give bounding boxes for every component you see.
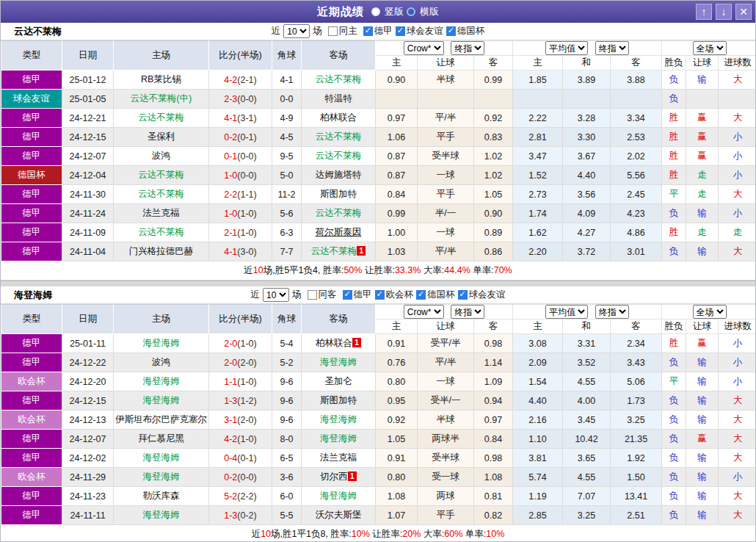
league-filter[interactable]: 德甲	[343, 289, 372, 301]
horizontal-radio-label[interactable]: 横版	[420, 5, 439, 18]
league-checkbox[interactable]	[375, 290, 385, 300]
avg-away-odds: 1.92	[611, 449, 662, 468]
col-home: 主场	[114, 41, 209, 71]
final-odds-select-2[interactable]: 终指	[595, 305, 629, 319]
result-handicap: 输	[686, 372, 719, 391]
corner-cell: 9-6	[272, 391, 302, 411]
summary-segment: 10	[261, 529, 271, 539]
result-wdl: 负	[662, 430, 686, 449]
average-select[interactable]: 平均值	[545, 41, 588, 55]
fulltime-score: 1-0	[224, 170, 237, 181]
same-venue-checkbox[interactable]	[328, 26, 338, 36]
same-venue-checkbox[interactable]	[308, 290, 317, 300]
handicap-home-odds: 0.99	[376, 204, 418, 223]
result-wdl: 负	[662, 449, 686, 468]
league-filter[interactable]: 德国杯	[446, 25, 485, 37]
league-filter-label: 球会友谊	[469, 289, 506, 301]
fulltime-score: 2-3	[224, 94, 237, 104]
handicap-line: 平手	[418, 185, 474, 204]
league-checkbox[interactable]	[343, 290, 352, 300]
result-goals: 小	[719, 353, 756, 372]
result-wdl: 负	[662, 411, 686, 430]
home-team-name: 圣保利	[148, 131, 175, 142]
handicap-line: 受半/一	[418, 391, 474, 411]
home-cell: 海登海姆	[114, 372, 209, 391]
corner-cell: 9-5	[272, 147, 302, 166]
away-cell: 云达不莱梅	[302, 204, 376, 223]
close-button[interactable]: ✕	[735, 4, 752, 20]
away-team-name[interactable]: 荷尔斯泰因	[316, 227, 362, 237]
home-team-name: 门兴格拉德巴赫	[129, 246, 194, 256]
away-cell: 云达不莱梅1	[302, 242, 376, 261]
horizontal-radio[interactable]	[407, 7, 415, 16]
home-team-name: 海登海姆	[143, 338, 180, 348]
league-filter[interactable]: 德甲	[363, 25, 393, 37]
result-handicap: 输	[686, 353, 719, 372]
avg-home-odds: 2.73	[513, 185, 563, 204]
avg-away-odds: 2.51	[611, 506, 662, 525]
final-odds-select-1[interactable]: 终指	[451, 41, 484, 55]
company-select[interactable]: Crow*	[404, 305, 444, 319]
avg-draw-odds: 3.31	[563, 334, 611, 353]
league-checkbox[interactable]	[446, 26, 456, 36]
handicap-line: 两球半	[418, 430, 474, 449]
avg-home-odds: 1.19	[513, 487, 563, 506]
type-cell: 德国杯	[1, 166, 62, 185]
same-venue-filter[interactable]: 同主	[328, 25, 357, 37]
same-venue-filter[interactable]: 同客	[308, 289, 337, 301]
company-select[interactable]: Crow*	[404, 41, 444, 55]
recent-count-select[interactable]: 10	[283, 24, 310, 38]
handicap-home-odds: 0.95	[376, 391, 418, 411]
avg-away-odds: 13.41	[611, 487, 662, 506]
league-filter[interactable]: 球会友谊	[458, 289, 506, 301]
result-goals: 大	[719, 430, 756, 449]
handicap-home-odds: 0.91	[376, 334, 418, 353]
summary-segment: 单率:	[470, 265, 494, 275]
handicap-away-odds: 0.81	[474, 487, 513, 506]
league-checkbox[interactable]	[396, 26, 405, 36]
vertical-radio[interactable]	[371, 7, 380, 16]
vertical-radio-label[interactable]: 竖版	[385, 5, 404, 18]
score-cell: 0-2(0-1)	[209, 128, 272, 147]
handicap-away-odds: 1.08	[474, 468, 513, 487]
league-filter[interactable]: 球会友谊	[396, 25, 443, 37]
handicap-home-odds: 0.87	[376, 166, 418, 185]
halftime-score: (0-1)	[237, 453, 256, 463]
league-checkbox[interactable]	[416, 290, 426, 300]
fulltime-score: 2-0	[224, 339, 237, 349]
fulltime-score: 0-1	[224, 151, 237, 162]
away-cell: 柏林联合1	[302, 334, 376, 353]
scroll-up-button[interactable]: ↑	[696, 4, 712, 20]
league-filter[interactable]: 德国杯	[416, 289, 455, 301]
fulltime-select[interactable]: 全场	[693, 41, 727, 55]
avg-draw-odds: 3.52	[563, 353, 611, 372]
avg-away-odds: 4.86	[611, 223, 662, 242]
avg-home-odds: 2.09	[513, 353, 563, 372]
result-goals: 小	[719, 334, 756, 353]
fulltime-select[interactable]: 全场	[693, 305, 727, 319]
handicap-away-odds: 0.92	[474, 109, 513, 128]
average-select[interactable]: 平均值	[545, 305, 588, 319]
result-wdl: 负	[662, 71, 686, 90]
final-odds-select-2[interactable]: 终指	[595, 41, 629, 55]
league-checkbox[interactable]	[363, 26, 373, 36]
home-team-name: 海登海姆	[143, 471, 180, 482]
league-checkbox[interactable]	[458, 290, 468, 300]
final-odds-select-1[interactable]: 终指	[451, 305, 484, 319]
handicap-home-odds	[376, 90, 418, 109]
avg-draw-odds: 3.89	[563, 71, 611, 90]
summary-segment: 10	[253, 265, 263, 275]
col-away: 客场	[302, 305, 376, 334]
score-cell: 2-0(1-0)	[209, 334, 272, 353]
avg-away-odds: 3.43	[611, 353, 662, 372]
avg-home-odds: 1.62	[513, 223, 563, 242]
scroll-down-button[interactable]: ↓	[716, 4, 732, 20]
result-wdl: 负	[662, 353, 686, 372]
col-hc-away: 客	[474, 56, 513, 71]
league-filter[interactable]: 欧会杯	[375, 289, 414, 301]
recent-count-select[interactable]: 10	[263, 288, 289, 302]
handicap-line: 平/半	[418, 109, 474, 128]
away-team-name: 云达不莱梅	[316, 131, 362, 142]
handicap-away-odds: 0.98	[474, 334, 513, 353]
home-cell: 法兰克福	[114, 204, 209, 223]
